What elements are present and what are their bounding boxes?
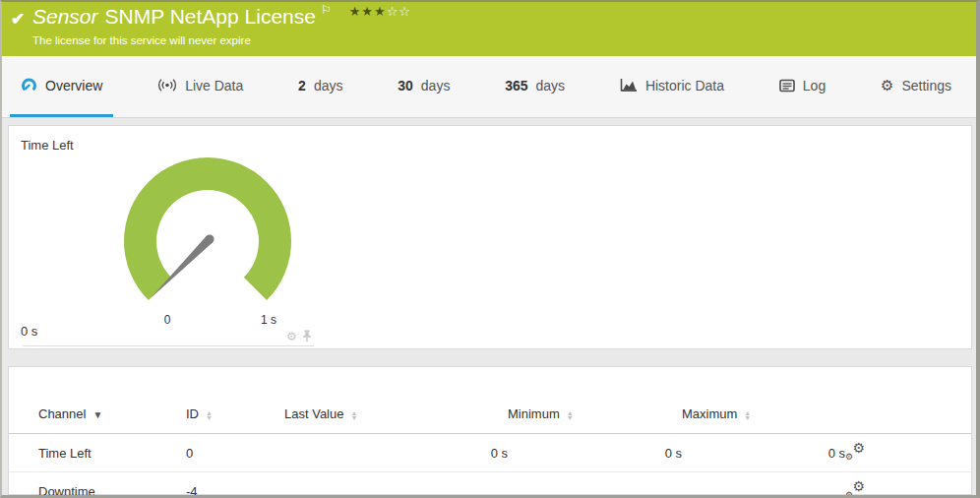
channel-table-panel: Channel▼ ID▲▼ Last Value▲▼ Minimum▲▼ Max… (8, 366, 972, 495)
channel-last-value (284, 472, 508, 498)
table-row-downtime: Downtime -4 ⚙⚙ (9, 472, 971, 498)
tab-bar: Overview Live Data 2 days 30 days (2, 56, 976, 118)
header-label: Minimum (508, 406, 560, 421)
channel-table: Channel▼ ID▲▼ Last Value▲▼ Minimum▲▼ Max… (9, 367, 971, 498)
sort-desc-icon: ▼ (92, 409, 102, 420)
header-label: Channel (38, 406, 86, 421)
channel-minimum: 0 s (508, 434, 682, 472)
tab-number: 365 (505, 78, 527, 93)
tab-365-days[interactable]: 365 days (494, 56, 576, 117)
gauge-title: Time Left (21, 138, 74, 153)
gauge-max-label: 1 s (251, 313, 286, 327)
priority-stars[interactable]: ★★★☆☆ (349, 4, 411, 19)
historic-data-icon (620, 78, 638, 93)
gauge-module-divider (23, 345, 314, 346)
table-row-time-left: Time Left 0 0 s 0 s 0 s ⚙⚙ (9, 434, 971, 472)
tab-label: days (536, 78, 566, 93)
tab-label: Overview (45, 78, 102, 93)
sensor-name: SNMP NetApp License (105, 5, 316, 28)
column-header-id[interactable]: ID▲▼ (186, 367, 284, 434)
tab-label: Settings (901, 78, 951, 93)
column-header-minimum[interactable]: Minimum▲▼ (508, 367, 682, 434)
sort-icon: ▲▼ (206, 410, 213, 420)
header-label: Maximum (682, 406, 737, 421)
sort-icon: ▲▼ (744, 410, 751, 420)
tab-label: Log (803, 78, 826, 93)
pin-icon[interactable] (302, 330, 312, 342)
column-header-actions (845, 367, 971, 434)
column-header-maximum[interactable]: Maximum▲▼ (682, 367, 845, 434)
sensor-title-line: SensorSNMP NetApp License⚐★★★☆☆ (32, 5, 411, 29)
tab-label: Historic Data (645, 78, 724, 93)
tab-number: 30 (398, 78, 413, 93)
channel-settings-gears-icon[interactable]: ⚙⚙ (845, 481, 865, 498)
header-label: Last Value (284, 406, 343, 421)
gauge-settings-gear-icon[interactable]: ⚙ (286, 331, 297, 342)
tab-overview[interactable]: Overview (10, 56, 113, 117)
channel-maximum: 0 s (682, 434, 845, 472)
status-ok-check-icon: ✔ (11, 9, 25, 30)
header-label: ID (186, 406, 199, 421)
tab-live-data[interactable]: Live Data (147, 56, 254, 117)
sensor-header: ✔ SensorSNMP NetApp License⚐★★★☆☆ The li… (2, 2, 976, 56)
time-left-gauge (99, 148, 316, 330)
gauge-min-label: 0 (153, 313, 182, 327)
tab-2-days[interactable]: 2 days (287, 56, 353, 117)
tab-label: Live Data (185, 78, 243, 93)
tab-30-days[interactable]: 30 days (387, 56, 460, 117)
sensor-status-message: The license for this service will never … (32, 34, 251, 46)
gauge-panel: Time Left 0 1 s 0 s ⚙ (8, 125, 972, 349)
column-header-channel[interactable]: Channel▼ (9, 367, 186, 434)
column-header-last-value[interactable]: Last Value▲▼ (284, 367, 508, 434)
gauge-tools: ⚙ (286, 330, 312, 342)
gauge-current-value: 0 s (21, 324, 37, 339)
tab-log[interactable]: Log (768, 56, 836, 117)
settings-gear-icon: ⚙ (881, 78, 893, 93)
live-data-icon (157, 78, 177, 93)
channel-id: -4 (186, 472, 284, 498)
channel-maximum (682, 472, 845, 498)
sensor-window: ✔ SensorSNMP NetApp License⚐★★★☆☆ The li… (0, 0, 980, 498)
channel-settings-gears-icon[interactable]: ⚙⚙ (845, 443, 865, 460)
gauge-icon (21, 77, 37, 93)
channel-name: Time Left (9, 434, 186, 472)
channel-minimum (508, 472, 682, 498)
stars-empty: ☆☆ (387, 4, 411, 19)
object-kind-label: Sensor (32, 5, 98, 28)
tab-label: days (421, 78, 451, 93)
channel-name: Downtime (9, 472, 186, 498)
log-icon (779, 79, 795, 93)
flag-icon[interactable]: ⚐ (321, 3, 332, 17)
channel-id: 0 (186, 434, 284, 472)
table-header-row: Channel▼ ID▲▼ Last Value▲▼ Minimum▲▼ Max… (9, 367, 971, 434)
stars-filled: ★★★ (349, 4, 387, 19)
channel-last-value: 0 s (284, 434, 508, 472)
sort-icon: ▲▼ (350, 410, 357, 420)
tab-number: 2 (298, 78, 306, 93)
tab-settings[interactable]: ⚙ Settings (870, 56, 962, 117)
tab-label: days (314, 78, 343, 93)
tab-historic-data[interactable]: Historic Data (609, 56, 735, 117)
sort-icon: ▲▼ (567, 410, 574, 420)
